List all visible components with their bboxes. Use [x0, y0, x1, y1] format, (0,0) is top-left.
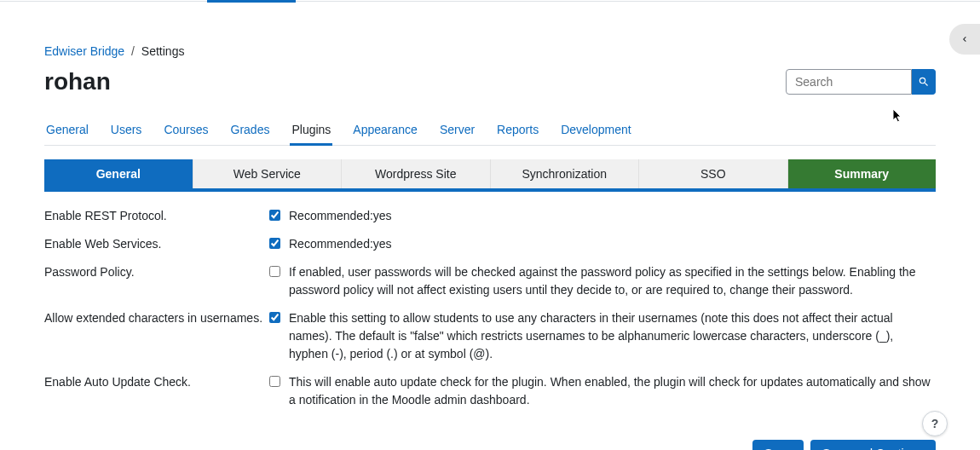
- plugin-subtabs: General Web Service Wordpress Site Synch…: [44, 159, 936, 192]
- tab-reports[interactable]: Reports: [495, 114, 540, 145]
- form-actions: Save Save and Continue: [44, 440, 936, 450]
- breadcrumb-separator: /: [131, 44, 135, 58]
- search-input[interactable]: [786, 69, 912, 95]
- subtab-synchronization[interactable]: Synchronization: [491, 159, 640, 188]
- setting-row: Allow extended characters in usernames. …: [44, 309, 936, 363]
- setting-checkbox-extended-chars[interactable]: [269, 312, 280, 323]
- breadcrumb: Edwiser Bridge / Settings: [44, 44, 936, 58]
- help-button[interactable]: ?: [922, 411, 948, 436]
- tab-users[interactable]: Users: [109, 114, 144, 145]
- setting-checkbox-password-policy[interactable]: [269, 266, 280, 277]
- setting-label: Enable Web Services.: [44, 235, 269, 253]
- setting-checkbox-enable-rest[interactable]: [269, 210, 280, 221]
- page-title: rohan: [44, 68, 111, 95]
- setting-desc: Recommended:yes: [289, 207, 392, 225]
- setting-label: Password Policy.: [44, 263, 269, 281]
- chevron-left-icon: [960, 34, 970, 44]
- setting-row: Enable Auto Update Check. This will enab…: [44, 373, 936, 409]
- tab-courses[interactable]: Courses: [162, 114, 210, 145]
- setting-row: Enable Web Services. Recommended:yes: [44, 235, 936, 253]
- search-button[interactable]: [912, 69, 936, 95]
- breadcrumb-current: Settings: [141, 44, 185, 58]
- setting-label: Enable REST Protocol.: [44, 207, 269, 225]
- top-nav-active-indicator: [207, 0, 296, 3]
- setting-label: Allow extended characters in usernames.: [44, 309, 269, 327]
- subtab-wordpress-site[interactable]: Wordpress Site: [342, 159, 491, 188]
- save-button[interactable]: Save: [752, 440, 804, 450]
- tab-development[interactable]: Development: [559, 114, 633, 145]
- tab-plugins[interactable]: Plugins: [290, 114, 332, 145]
- subtab-sso[interactable]: SSO: [639, 159, 788, 188]
- setting-desc: This will enable auto update check for t…: [289, 373, 936, 409]
- breadcrumb-parent-link[interactable]: Edwiser Bridge: [44, 44, 124, 58]
- setting-checkbox-enable-web-services[interactable]: [269, 238, 280, 249]
- settings-nav-tabs: General Users Courses Grades Plugins App…: [44, 114, 936, 146]
- subtab-summary[interactable]: Summary: [788, 159, 937, 188]
- subtab-web-service[interactable]: Web Service: [193, 159, 343, 188]
- setting-label: Enable Auto Update Check.: [44, 373, 269, 391]
- setting-row: Password Policy. If enabled, user passwo…: [44, 263, 936, 299]
- setting-desc: If enabled, user passwords will be check…: [289, 263, 936, 299]
- save-continue-button[interactable]: Save and Continue: [810, 440, 936, 450]
- setting-desc: Recommended:yes: [289, 235, 392, 253]
- drawer-toggle-button[interactable]: [949, 24, 980, 55]
- tab-server[interactable]: Server: [438, 114, 476, 145]
- tab-appearance[interactable]: Appearance: [351, 114, 419, 145]
- subtab-general[interactable]: General: [44, 159, 193, 188]
- setting-desc: Enable this setting to allow students to…: [289, 309, 936, 363]
- settings-list: Enable REST Protocol. Recommended:yes En…: [44, 207, 936, 409]
- search-icon: [918, 76, 930, 88]
- tab-grades[interactable]: Grades: [229, 114, 272, 145]
- setting-row: Enable REST Protocol. Recommended:yes: [44, 207, 936, 225]
- setting-checkbox-auto-update[interactable]: [269, 376, 280, 387]
- search-form: [786, 69, 936, 95]
- tab-general[interactable]: General: [44, 114, 90, 145]
